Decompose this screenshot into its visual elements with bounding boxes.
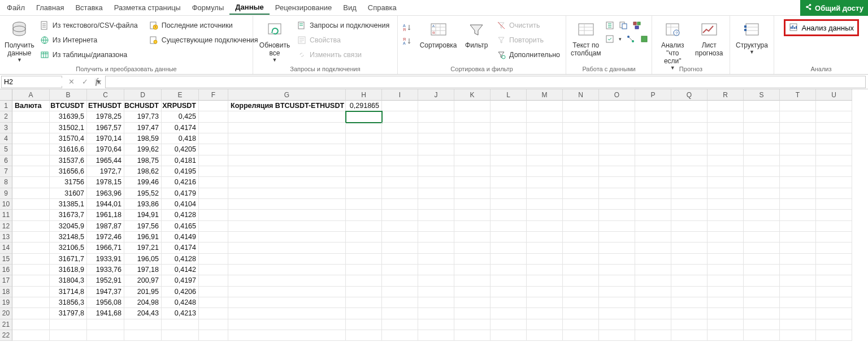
cell[interactable] — [382, 265, 418, 275]
cell[interactable] — [12, 297, 50, 308]
refresh-all-button[interactable]: Обновить все ▼ — [257, 18, 293, 62]
column-header[interactable]: J — [418, 89, 454, 101]
cell[interactable]: 0,4205 — [162, 144, 199, 155]
cell[interactable] — [708, 199, 744, 210]
cell[interactable] — [599, 232, 635, 243]
cell[interactable] — [816, 101, 852, 111]
cell[interactable] — [12, 319, 50, 330]
fx-button[interactable]: fx — [92, 76, 105, 88]
cell[interactable]: 1966,71 — [87, 243, 124, 253]
cell[interactable] — [228, 319, 346, 330]
cell[interactable]: 199,46 — [124, 177, 162, 188]
outline-button[interactable]: Структура ▼ — [734, 18, 770, 62]
cell[interactable] — [491, 221, 527, 232]
column-header[interactable]: R — [708, 89, 744, 101]
cell[interactable]: 31607 — [50, 188, 87, 199]
cell[interactable]: 198,62 — [124, 166, 162, 177]
cell[interactable] — [527, 330, 563, 341]
column-header[interactable]: L — [491, 89, 527, 101]
column-header[interactable]: I — [382, 89, 418, 101]
cell[interactable] — [744, 275, 780, 286]
cell[interactable]: 31714,8 — [50, 287, 87, 297]
cell[interactable] — [346, 177, 382, 188]
cell[interactable] — [816, 210, 852, 220]
cell[interactable] — [563, 319, 599, 330]
cell[interactable] — [563, 155, 599, 166]
cell[interactable] — [563, 275, 599, 286]
cell[interactable] — [418, 133, 454, 144]
cell[interactable] — [228, 210, 346, 220]
cell[interactable] — [635, 265, 671, 275]
cell[interactable] — [124, 319, 162, 330]
cell[interactable] — [599, 308, 635, 319]
cell[interactable] — [491, 111, 527, 122]
cell[interactable] — [491, 133, 527, 144]
cell[interactable] — [418, 111, 454, 122]
cell[interactable] — [744, 265, 780, 275]
cell[interactable] — [382, 221, 418, 232]
cell[interactable] — [671, 243, 708, 253]
cell[interactable] — [418, 221, 454, 232]
cell[interactable]: 1965,44 — [87, 155, 124, 166]
cell[interactable] — [418, 144, 454, 155]
cell[interactable]: 1987,87 — [87, 221, 124, 232]
cell[interactable]: 0,4197 — [162, 275, 199, 286]
data-validation-button[interactable]: ▾ — [604, 33, 623, 45]
cell[interactable] — [708, 265, 744, 275]
cell[interactable]: XRPUSDT — [162, 101, 199, 111]
cell[interactable] — [346, 243, 382, 253]
cell[interactable] — [599, 243, 635, 253]
cell[interactable]: 31656,6 — [50, 166, 87, 177]
cell[interactable]: 0,425 — [162, 111, 199, 122]
cell[interactable]: 31856,3 — [50, 297, 87, 308]
select-all-corner[interactable] — [0, 89, 12, 101]
cell[interactable] — [635, 210, 671, 220]
cell[interactable]: 31616,6 — [50, 144, 87, 155]
cell[interactable] — [708, 111, 744, 122]
cell[interactable] — [744, 133, 780, 144]
cell[interactable] — [744, 254, 780, 265]
cell[interactable] — [563, 308, 599, 319]
cell[interactable] — [162, 319, 199, 330]
cell[interactable] — [228, 330, 346, 341]
cell[interactable] — [816, 188, 852, 199]
cell[interactable]: 0,4174 — [162, 243, 199, 253]
cell[interactable] — [744, 111, 780, 122]
cell[interactable] — [491, 101, 527, 111]
cell[interactable] — [527, 155, 563, 166]
cell[interactable] — [382, 319, 418, 330]
cell[interactable] — [671, 101, 708, 111]
get-data-button[interactable]: Получить данные ▼ — [3, 18, 36, 62]
cell[interactable] — [199, 177, 228, 188]
cell[interactable] — [418, 210, 454, 220]
cell[interactable] — [563, 254, 599, 265]
cell[interactable] — [708, 166, 744, 177]
spreadsheet[interactable]: ABCDEFGHIJKLMNOPQRSTU1ВалютаBTCUSDTETHUS… — [0, 89, 868, 355]
cell[interactable]: 0,4179 — [162, 188, 199, 199]
cell[interactable]: Корреляция BTCUSDT-ETHUSDT — [228, 101, 346, 111]
cell[interactable] — [563, 101, 599, 111]
cell[interactable]: 204,98 — [124, 297, 162, 308]
row-header[interactable]: 2 — [0, 111, 12, 122]
cell[interactable] — [744, 199, 780, 210]
cell[interactable]: 0,291865 — [346, 101, 382, 111]
cell[interactable] — [708, 155, 744, 166]
cell[interactable] — [816, 243, 852, 253]
cell[interactable] — [527, 144, 563, 155]
cell[interactable] — [635, 144, 671, 155]
cell[interactable] — [418, 275, 454, 286]
cell[interactable] — [671, 265, 708, 275]
forecast-sheet-button[interactable]: Лист прогноза — [692, 18, 727, 62]
cell[interactable] — [199, 243, 228, 253]
cell[interactable] — [708, 232, 744, 243]
cell[interactable]: 0,4206 — [162, 287, 199, 297]
queries-connections-button[interactable]: Запросы и подключения — [295, 19, 392, 32]
cell[interactable] — [744, 155, 780, 166]
cell[interactable]: 0,4128 — [162, 254, 199, 265]
filter-button[interactable]: Фильтр — [461, 18, 492, 62]
cell[interactable] — [454, 188, 491, 199]
cell[interactable] — [527, 166, 563, 177]
menu-insert[interactable]: Вставка — [70, 1, 108, 14]
cell[interactable]: 1952,91 — [87, 275, 124, 286]
cell[interactable] — [454, 287, 491, 297]
